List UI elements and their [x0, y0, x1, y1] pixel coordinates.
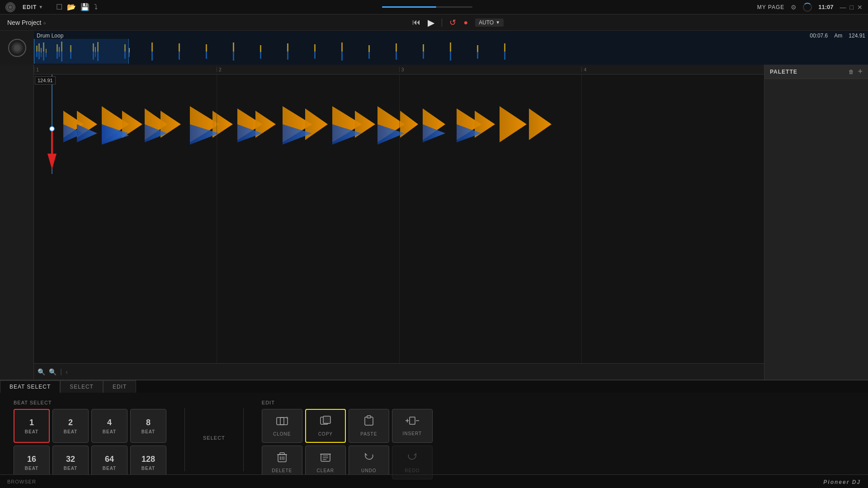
overview-waveform-svg [34, 39, 868, 64]
ruler-mark-2: 2 [217, 67, 399, 72]
beat-select-section: BEAT SELECT 1 BEAT 2 BEAT 4 BEAT [14, 400, 166, 479]
scroll-area: 🔍 🔍 | ‹ [34, 363, 764, 380]
settings-icon[interactable]: ⚙ [791, 4, 797, 11]
beat-btn-8[interactable]: 8 BEAT [130, 409, 166, 443]
ruler-mark-1: 1 [34, 67, 217, 72]
copy-button[interactable]: COPY [305, 409, 346, 443]
loading-spinner [803, 3, 812, 12]
edit-section: EDIT + CLONE [262, 400, 433, 479]
loading-bar [382, 6, 472, 8]
svg-rect-17 [179, 43, 180, 60]
scroll-left-icon[interactable]: ‹ [66, 368, 68, 375]
svg-rect-31 [34, 39, 34, 64]
svg-rect-74 [323, 416, 330, 423]
palette-header: PALETTE 🗑 + [764, 65, 868, 79]
insert-button[interactable]: INSERT [392, 409, 433, 443]
palette-trash-icon[interactable]: 🗑 [849, 69, 854, 75]
ruler-mark-3: 3 [399, 67, 582, 72]
tab-select[interactable]: SELECT [60, 380, 103, 393]
loop-button[interactable]: ↺ [449, 18, 456, 28]
my-page-button[interactable]: MY PAGE [757, 4, 785, 10]
pioneer-logo: Pioneer DJ [823, 479, 861, 485]
zoom-out-icon[interactable]: 🔍 [38, 368, 45, 375]
svg-rect-15 [129, 48, 130, 57]
svg-rect-27 [450, 42, 451, 61]
tab-edit[interactable]: EDIT [103, 380, 136, 393]
browser-bar: BROWSER Pioneer DJ [0, 474, 868, 488]
overview-key: Am [834, 33, 842, 39]
paste-button[interactable]: PASTE [349, 409, 389, 443]
svg-marker-67 [47, 154, 57, 169]
new-icon[interactable]: ☐ [56, 3, 62, 11]
tab-beat-select[interactable]: BEAT SELECT [0, 380, 60, 393]
svg-rect-76 [367, 416, 371, 418]
import-icon[interactable]: ⤵ [94, 3, 98, 11]
svg-rect-22 [314, 44, 316, 59]
play-button[interactable]: ▶ [428, 17, 434, 28]
track-labels [0, 65, 34, 380]
ruler-marks: 1 2 3 4 [34, 67, 764, 72]
svg-rect-23 [341, 42, 343, 61]
system-time: 11:07 [818, 4, 833, 10]
project-dropdown-icon[interactable]: ⬦ [43, 19, 46, 26]
timeline-main: 1 2 3 4 124.91 [34, 65, 764, 380]
timeline-section: 1 2 3 4 124.91 [0, 65, 868, 380]
svg-rect-18 [206, 44, 207, 59]
svg-rect-77 [410, 417, 415, 424]
maximize-button[interactable]: □ [850, 4, 854, 11]
open-icon[interactable]: 📂 [67, 3, 76, 11]
ruler-mark-4: 4 [581, 67, 764, 72]
beat-btn-4[interactable]: 4 BEAT [91, 409, 127, 443]
svg-text:+: + [286, 416, 288, 420]
svg-marker-48 [305, 108, 328, 140]
minimize-button[interactable]: — [840, 4, 846, 11]
overview-row: Drum Loop 00:07.6 Am 124.91 [0, 31, 868, 65]
svg-rect-30 [34, 39, 129, 64]
app-logo [5, 2, 15, 12]
window-controls: — □ ✕ [840, 4, 863, 11]
tabs-row: BEAT SELECT SELECT EDIT [0, 380, 868, 393]
svg-marker-58 [500, 106, 527, 142]
auto-dropdown-icon[interactable]: ▼ [495, 20, 500, 25]
record-indicator: ● [463, 19, 468, 27]
close-button[interactable]: ✕ [857, 4, 863, 11]
project-name[interactable]: New Project ⬦ [7, 19, 46, 26]
svg-marker-59 [529, 108, 552, 140]
disc-icon [8, 39, 26, 57]
second-bar: New Project ⬦ ⏮ ▶ ↺ ● AUTO ▼ [0, 14, 868, 31]
overview-title: Drum Loop [37, 33, 63, 39]
save-icon[interactable]: 💾 [80, 3, 90, 11]
palette-add-button[interactable]: + [858, 67, 863, 76]
overview-waveform: Drum Loop 00:07.6 Am 124.91 [34, 31, 868, 65]
svg-rect-25 [396, 43, 397, 60]
palette-title: PALETTE [770, 69, 797, 75]
svg-rect-86 [280, 453, 284, 455]
clone-button[interactable]: + CLONE [262, 409, 302, 443]
beat-btn-2[interactable]: 2 BEAT [52, 409, 89, 443]
top-bar-center [105, 6, 750, 8]
auto-label[interactable]: AUTO ▼ [475, 19, 504, 27]
redo-button[interactable]: REDO [392, 446, 433, 479]
svg-rect-16 [151, 42, 153, 61]
svg-rect-26 [423, 44, 424, 59]
skip-back-button[interactable]: ⏮ [412, 18, 420, 27]
edit-grid: + CLONE COPY [262, 409, 433, 479]
beat-grid: 1 BEAT 2 BEAT 4 BEAT 8 BEAT [14, 409, 166, 479]
edit-label: EDIT [262, 400, 433, 405]
beat-btn-1[interactable]: 1 BEAT [14, 409, 50, 443]
divider-2 [243, 408, 244, 471]
palette-sidebar: PALETTE 🗑 + › [764, 65, 868, 380]
track-content[interactable]: 124.91 [34, 75, 764, 363]
svg-rect-21 [287, 43, 288, 60]
svg-rect-32 [128, 39, 129, 64]
timeline-ruler: 1 2 3 4 [34, 65, 764, 75]
svg-point-69 [50, 127, 54, 131]
zoom-in-icon[interactable]: 🔍 [49, 368, 57, 375]
edit-menu[interactable]: EDIT ▼ [23, 4, 43, 10]
controls-area: BEAT SELECT 1 BEAT 2 BEAT 4 BEAT [0, 393, 868, 487]
select-section: SELECT [203, 435, 225, 444]
bottom-controls: BEAT SELECT SELECT EDIT BEAT SELECT 1 BE… [0, 380, 868, 474]
bpm-label: 124.91 [35, 76, 56, 84]
svg-point-1 [9, 6, 12, 9]
palette-content [764, 79, 868, 380]
